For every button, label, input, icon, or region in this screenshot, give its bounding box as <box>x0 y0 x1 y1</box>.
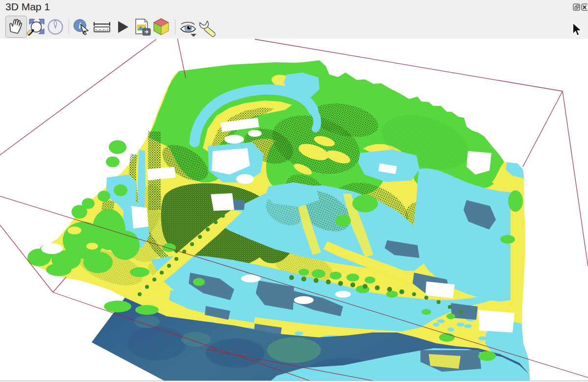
svg-text:i: i <box>79 21 81 30</box>
